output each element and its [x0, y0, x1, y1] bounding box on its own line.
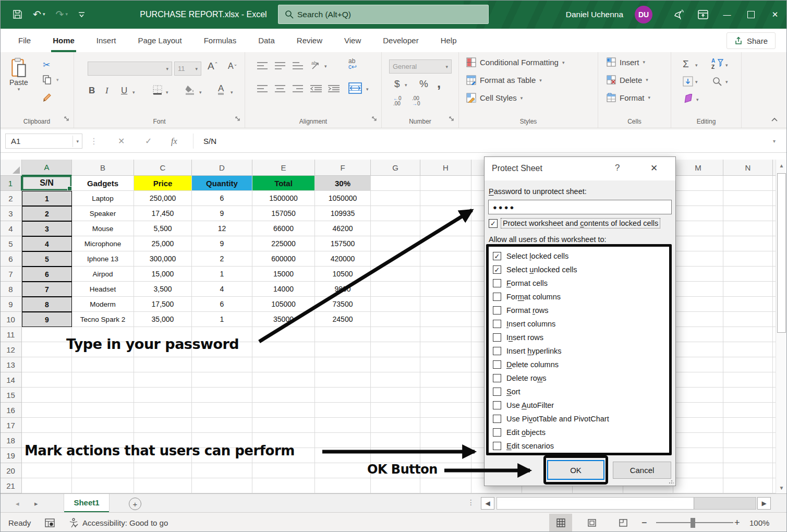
decrease-decimal-icon[interactable]: .00→0	[412, 96, 420, 106]
cell-C9[interactable]: 17,500	[134, 297, 192, 312]
protect-worksheet-checkbox-row[interactable]: ✓ Protect worksheet and contents of lock…	[489, 218, 660, 228]
underline-dropdown[interactable]: ▾	[132, 90, 135, 95]
cell-H21[interactable]	[420, 478, 471, 493]
paste-dropdown[interactable]: ▾	[18, 87, 20, 92]
cell-H11[interactable]	[420, 327, 471, 342]
cell-A8[interactable]: 7	[22, 282, 72, 297]
view-page-layout-button[interactable]	[580, 514, 603, 531]
cell-H1[interactable]	[420, 176, 471, 191]
cell-G11[interactable]	[371, 327, 420, 342]
accessibility-status[interactable]: Accessibility: Good to go	[69, 513, 168, 532]
cell-C5[interactable]: 25,000	[134, 236, 192, 251]
cell-B14[interactable]	[72, 372, 134, 388]
cell-N14[interactable]	[723, 372, 773, 388]
row-header-9[interactable]: 9	[0, 297, 22, 312]
permission-sort[interactable]: Sort	[491, 385, 669, 398]
row-header-20[interactable]: 20	[0, 463, 22, 478]
permission-checkbox[interactable]	[493, 360, 501, 369]
cancel-entry-icon[interactable]: ✕	[118, 134, 125, 149]
percent-style-button[interactable]: %	[419, 78, 428, 90]
cell-F19[interactable]	[315, 448, 371, 463]
tab-view[interactable]: View	[333, 29, 372, 52]
cell-H8[interactable]	[420, 282, 471, 297]
cell-M5[interactable]	[673, 236, 723, 251]
fill-dropdown[interactable]: ▾	[695, 79, 698, 84]
cell-A1[interactable]: S/N	[22, 176, 72, 191]
cell-M1[interactable]	[673, 176, 723, 191]
cell-D3[interactable]: 9	[192, 206, 252, 221]
autosum-dropdown[interactable]: ▾	[695, 63, 698, 68]
cell-B17[interactable]	[72, 418, 134, 433]
cell-C10[interactable]: 35,000	[134, 312, 192, 327]
cell-A12[interactable]	[22, 342, 72, 357]
font-dialog-launcher[interactable]	[235, 115, 241, 124]
cell-H6[interactable]	[420, 251, 471, 267]
align-center-icon[interactable]	[274, 84, 286, 95]
shrink-font-button[interactable]: A⌄	[228, 62, 237, 71]
cell-E5[interactable]: 225000	[252, 236, 315, 251]
row-header-7[interactable]: 7	[0, 267, 22, 282]
expand-formula-bar-icon[interactable]: ▾	[773, 134, 776, 149]
tab-home[interactable]: Home	[42, 29, 86, 52]
cell-A9[interactable]: 8	[22, 297, 72, 312]
cell-G4[interactable]	[371, 221, 420, 236]
row-header-14[interactable]: 14	[0, 372, 22, 388]
permission-checkbox[interactable]	[493, 306, 501, 315]
cell-N10[interactable]	[723, 312, 773, 327]
row-header-21[interactable]: 21	[0, 478, 22, 493]
orientation-dropdown[interactable]: ▾	[324, 64, 327, 69]
grow-font-button[interactable]: A⌃	[208, 61, 218, 72]
cell-G7[interactable]	[371, 267, 420, 282]
permission-delete-rows[interactable]: Delete rows	[491, 371, 669, 385]
redo-button[interactable]: ↷▾	[55, 9, 67, 19]
cell-F13[interactable]	[315, 357, 371, 372]
cell-M19[interactable]	[673, 448, 723, 463]
column-header-A[interactable]: A	[22, 160, 72, 176]
column-header-H[interactable]: H	[420, 160, 471, 176]
permissions-listbox[interactable]: ✓Select locked cells✓Select unlocked cel…	[486, 244, 672, 455]
number-format-combobox[interactable]: General▾	[389, 59, 452, 74]
cell-M2[interactable]	[673, 191, 723, 206]
cell-E3[interactable]: 157050	[252, 206, 315, 221]
formula-content[interactable]: S/N	[203, 134, 216, 149]
cell-F17[interactable]	[315, 418, 371, 433]
cell-E20[interactable]	[252, 463, 315, 478]
alignment-dialog-launcher[interactable]	[371, 115, 378, 124]
cell-N20[interactable]	[723, 463, 773, 478]
cell-A14[interactable]	[22, 372, 72, 388]
avatar[interactable]: DU	[635, 6, 652, 23]
column-header-D[interactable]: D	[192, 160, 252, 176]
cell-N3[interactable]	[723, 206, 773, 221]
cell-E21[interactable]	[252, 478, 315, 493]
cell-A4[interactable]: 3	[22, 221, 72, 236]
cell-D15[interactable]	[192, 388, 252, 403]
permission-insert-rows[interactable]: Insert rows	[491, 331, 669, 344]
cell-H16[interactable]	[420, 403, 471, 418]
cell-N18[interactable]	[723, 433, 773, 448]
cell-A11[interactable]	[22, 327, 72, 342]
row-header-11[interactable]: 11	[0, 327, 22, 342]
undo-button[interactable]: ↶▾	[33, 9, 45, 19]
permission-select-unlocked-cells[interactable]: ✓Select unlocked cells	[491, 263, 669, 276]
minimize-button[interactable]: —	[715, 0, 739, 29]
cell-C17[interactable]	[134, 418, 192, 433]
accounting-format-button[interactable]: $	[394, 78, 400, 90]
font-name-combobox[interactable]: ▾	[88, 62, 172, 76]
cell-H13[interactable]	[420, 357, 471, 372]
underline-button[interactable]: U	[121, 86, 127, 96]
protect-worksheet-checkbox[interactable]: ✓	[489, 219, 498, 228]
borders-dropdown[interactable]: ▾	[166, 90, 168, 95]
cell-M9[interactable]	[673, 297, 723, 312]
cell-D2[interactable]: 6	[192, 191, 252, 206]
clear-dropdown[interactable]: ▾	[696, 97, 699, 102]
confirm-entry-icon[interactable]: ✓	[145, 134, 152, 149]
font-color-dropdown[interactable]: ▾	[231, 90, 233, 95]
cell-G1[interactable]	[371, 176, 420, 191]
cell-D5[interactable]: 9	[192, 236, 252, 251]
insert-cells-button[interactable]: Insert▾	[607, 57, 645, 67]
tab-file[interactable]: File	[7, 29, 42, 52]
cell-F6[interactable]: 420000	[315, 251, 371, 267]
column-header-N[interactable]: N	[723, 160, 773, 176]
cell-A15[interactable]	[22, 388, 72, 403]
cell-D9[interactable]: 6	[192, 297, 252, 312]
